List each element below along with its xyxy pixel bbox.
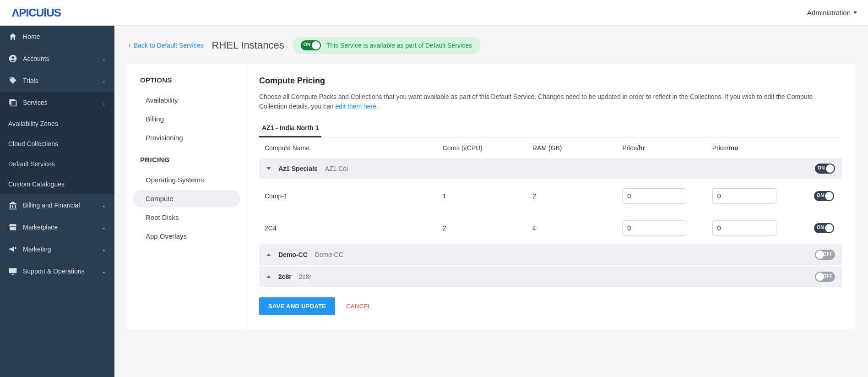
compute-name: Comp-1 [263,192,443,200]
megaphone-icon [8,245,17,254]
collapse-icon[interactable] [266,167,271,170]
cancel-button[interactable]: CANCEL [346,303,371,310]
monitor-icon [8,267,17,276]
expand-icon[interactable] [266,253,271,256]
svg-point-2 [12,56,14,59]
zone-tabs: AZ1 - India North 1 [259,120,842,138]
opt-app-overlays[interactable]: App Overlays [133,227,240,245]
col-price-mo: Price/mo [712,144,802,152]
group-row: Demo-CC Demo-CC OFF [259,244,842,265]
group-sub: AZ1 Col [325,165,348,172]
topnav-label: Administration [807,9,851,16]
status-text: This Service is available as part of Def… [326,42,472,49]
sidebar-item-label: Accounts [23,55,49,62]
svg-rect-4 [11,101,16,106]
brand-logo: ΛPICUlUS [11,5,93,20]
table-header: Compute Name Cores (vCPU) RAM (GB) Price… [259,138,842,158]
group-name: Demo-CC [278,251,308,258]
svg-rect-5 [9,268,17,273]
group-name: 2c8r [278,273,292,280]
price-mo-input[interactable] [712,188,776,204]
home-icon [8,32,17,41]
pricing-content: Compute Pricing Choose all Compute Packs… [246,64,855,329]
group-sub: Demo-CC [315,251,343,258]
pricing-heading: PRICING [127,156,246,170]
group-toggle[interactable]: ON [815,164,835,174]
opt-operating-systems[interactable]: Operating Systems [133,171,240,189]
sidebar-item-marketing[interactable]: Marketing [0,238,114,260]
section-title: Compute Pricing [259,76,842,86]
opt-provisioning[interactable]: Provisioning [133,129,240,147]
sidebar-item-billing[interactable]: Billing and Financial [0,194,114,216]
section-description: Choose all Compute Packs and Collections… [259,92,842,111]
row-toggle[interactable]: ON [814,191,834,201]
sidebar-item-label: Home [23,33,40,40]
price-hr-input[interactable] [622,188,686,204]
sidebar-item-trials[interactable]: Trials [0,70,114,92]
chevron-down-icon [102,56,106,61]
compute-cores: 2 [443,224,532,232]
group-row: 2c8r 2c8r OFF [259,266,842,287]
content-card: OPTIONS Availability Billing Provisionin… [127,64,855,329]
group-toggle[interactable]: OFF [815,250,835,260]
group-toggle[interactable]: OFF [815,272,835,282]
back-link[interactable]: Back to Default Services [127,42,204,49]
compute-name: 2C4 [263,224,443,232]
chevron-down-icon [102,203,106,208]
price-mo-input[interactable] [712,220,776,236]
opt-root-disks[interactable]: Root Disks [133,208,240,226]
action-bar: SAVE AND UPDATE CANCEL [259,297,842,315]
sidebar-sub-default-services[interactable]: Default Services [0,154,114,174]
sidebar-item-label: Trials [23,77,38,84]
save-button[interactable]: SAVE AND UPDATE [259,297,335,315]
expand-icon[interactable] [266,275,271,278]
col-cores: Cores (vCPU) [443,144,532,152]
chevron-down-icon [102,78,106,83]
compute-ram: 2 [532,192,622,200]
sidebar-item-services[interactable]: Services [0,92,114,114]
chevron-left-icon [127,43,132,48]
sidebar-item-label: Services [23,99,48,106]
sidebar-item-label: Marketplace [23,224,58,231]
opt-billing[interactable]: Billing [133,110,240,128]
col-price-hr: Price/hr [622,144,712,152]
opt-availability[interactable]: Availability [133,91,240,109]
row-toggle[interactable]: ON [814,223,834,233]
opt-compute[interactable]: Compute [133,190,240,208]
col-compute-name: Compute Name [263,144,443,152]
chevron-down-icon [102,269,106,273]
col-ram: RAM (GB) [532,144,622,152]
user-icon [8,54,17,63]
group-sub: 2c8r [299,273,311,280]
compute-row: 2C4 2 4 ON [259,212,842,244]
sidebar-item-label: Support & Operations [23,268,85,275]
group-name: Az1 Specials [278,165,318,172]
compute-row: Comp-1 1 2 ON [259,180,842,212]
caret-down-icon [853,11,857,14]
chevron-up-icon [102,100,106,105]
bank-icon [8,201,17,210]
sidebar-item-support[interactable]: Support & Operations [0,260,114,282]
page-header: Back to Default Services RHEL Instances … [127,37,855,54]
svg-text:ΛPICUlUS: ΛPICUlUS [12,6,61,19]
chevron-down-icon [102,247,106,251]
sidebar-item-accounts[interactable]: Accounts [0,48,114,70]
tag-icon [8,76,17,85]
sidebar-sub-custom-catalogues[interactable]: Custom Catalogues [0,174,114,194]
svg-rect-6 [11,274,15,275]
sidebar-sub-availability-zones[interactable]: Availability Zones [0,114,114,134]
options-heading: OPTIONS [127,76,246,90]
layers-icon [8,98,17,107]
topbar: ΛPICUlUS Administration [0,0,868,26]
options-panel: OPTIONS Availability Billing Provisionin… [127,64,246,329]
group-row: Az1 Specials AZ1 Col ON [259,158,842,179]
sidebar-item-marketplace[interactable]: Marketplace [0,216,114,238]
tab-az1[interactable]: AZ1 - India North 1 [259,120,321,137]
sidebar-item-home[interactable]: Home [0,26,114,48]
main-content: Back to Default Services RHEL Instances … [114,26,868,377]
price-hr-input[interactable] [622,220,686,236]
topnav-administration[interactable]: Administration [807,9,857,16]
service-toggle[interactable]: ON [301,40,321,50]
sidebar-sub-cloud-collections[interactable]: Cloud Collections [0,134,114,154]
edit-link[interactable]: edit them here [336,103,377,110]
